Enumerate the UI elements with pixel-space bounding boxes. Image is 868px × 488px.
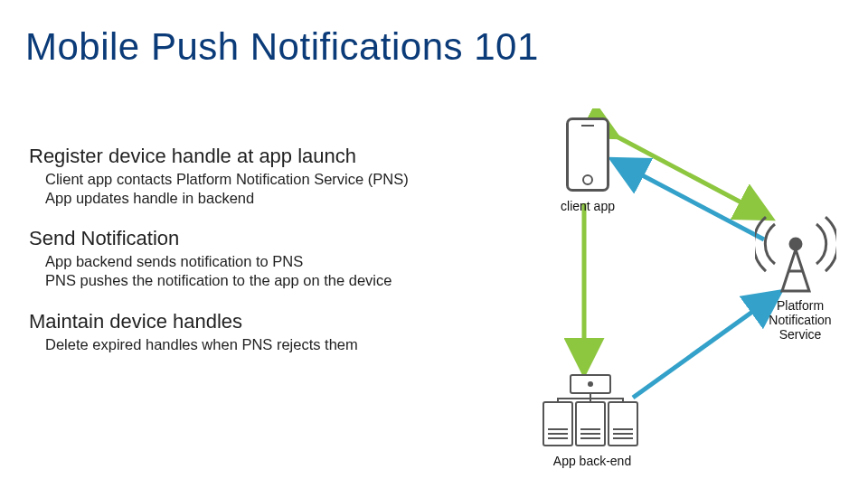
- bullet: Client app contacts Platform Notificatio…: [45, 170, 499, 189]
- section-send: Send Notification App backend sends noti…: [29, 227, 499, 289]
- bullet: PNS pushes the notification to the app o…: [45, 271, 499, 290]
- section-heading: Send Notification: [29, 227, 499, 250]
- client-app-label: client app: [542, 199, 633, 213]
- backend-icon: [532, 371, 649, 456]
- bullet: App updates handle in backend: [45, 189, 499, 208]
- slide-title: Mobile Push Notifications 101: [25, 25, 843, 69]
- phone-icon: [561, 117, 615, 199]
- pns-icon: [750, 208, 841, 307]
- pns-label: Platform Notification Service: [750, 298, 850, 342]
- pns-label-line: Platform: [777, 298, 824, 313]
- section-maintain: Maintain device handles Delete expired h…: [29, 310, 499, 354]
- svg-line-0: [615, 136, 769, 217]
- backend-label: App back-end: [542, 454, 642, 468]
- bullet: App backend sends notification to PNS: [45, 252, 499, 271]
- section-register: Register device handle at app launch Cli…: [29, 145, 499, 207]
- section-heading: Maintain device handles: [29, 310, 499, 333]
- content-column: Register device handle at app launch Cli…: [29, 145, 499, 373]
- bullet: Delete expired handles when PNS rejects …: [45, 335, 499, 354]
- pns-label-line: Notification: [769, 313, 831, 327]
- section-heading: Register device handle at app launch: [29, 145, 499, 168]
- pns-label-line: Service: [779, 327, 822, 342]
- architecture-diagram: client app Platform Notification Service: [506, 108, 850, 470]
